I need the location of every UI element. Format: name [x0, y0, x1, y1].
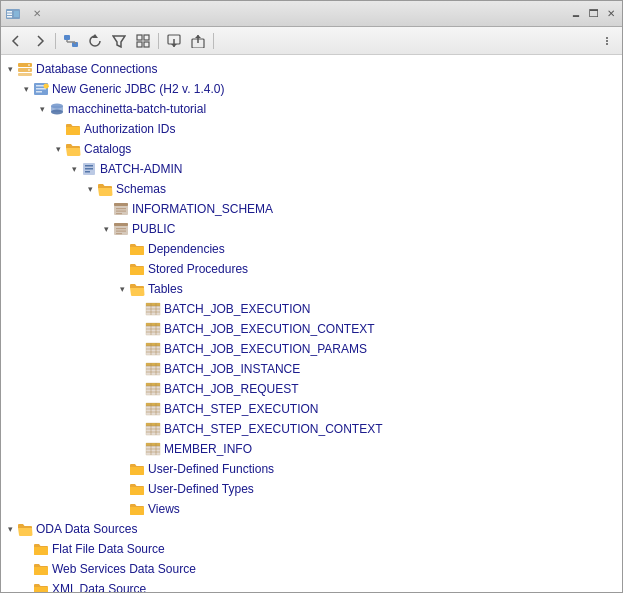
- tree-label-public: PUBLIC: [132, 220, 175, 238]
- list-item: Database Connections ⚡ New Generic JDBC …: [1, 59, 622, 519]
- tree-row-macchinetta-batch[interactable]: macchinetta-batch-tutorial: [1, 99, 622, 119]
- tree-row-jdbc-connection[interactable]: ⚡ New Generic JDBC (H2 v. 1.4.0): [1, 79, 622, 99]
- tree-label-views: Views: [148, 500, 180, 518]
- svg-rect-13: [144, 35, 149, 40]
- tree-row-user-defined-types[interactable]: User-Defined Types: [1, 479, 622, 499]
- svg-rect-1: [7, 11, 12, 13]
- svg-rect-61: [146, 323, 160, 326]
- tree-label-web-services: Web Services Data Source: [52, 560, 196, 578]
- svg-rect-82: [146, 383, 160, 386]
- tree-toggle[interactable]: [3, 62, 17, 76]
- tree-row-views[interactable]: Views: [1, 499, 622, 519]
- tree-row-database-connections[interactable]: Database Connections: [1, 59, 622, 79]
- svg-rect-44: [114, 203, 128, 206]
- minimize-icon[interactable]: 🗕: [568, 7, 584, 20]
- tree-label-batch-admin: BATCH-ADMIN: [100, 160, 182, 178]
- collapse-all-button[interactable]: [132, 30, 154, 52]
- tree-row-catalogs[interactable]: Catalogs: [1, 139, 622, 159]
- close-icon[interactable]: ✕: [604, 7, 618, 20]
- tree-row-xml[interactable]: XML Data Source: [1, 579, 622, 592]
- tree-label-t5: BATCH_JOB_REQUEST: [164, 380, 298, 398]
- filter-button[interactable]: [108, 30, 130, 52]
- svg-point-38: [51, 110, 63, 115]
- folder-icon: [129, 261, 145, 277]
- tree-label-t8: MEMBER_INFO: [164, 440, 252, 458]
- tree-toggle[interactable]: [19, 82, 33, 96]
- import-button[interactable]: [163, 30, 185, 52]
- tree-toggle[interactable]: [83, 182, 97, 196]
- tree-label-stored-procedures: Stored Procedures: [148, 260, 248, 278]
- folder-icon: [33, 581, 49, 592]
- tree-row-t5[interactable]: BATCH_JOB_REQUEST: [1, 379, 622, 399]
- tree-label-xml: XML Data Source: [52, 580, 146, 592]
- svg-marker-11: [113, 36, 125, 47]
- tree-row-information-schema[interactable]: INFORMATION_SCHEMA: [1, 199, 622, 219]
- tree-row-flat-file[interactable]: Flat File Data Source: [1, 539, 622, 559]
- tree-label-database-connections: Database Connections: [36, 60, 157, 78]
- tree-toggle[interactable]: [99, 222, 113, 236]
- tree-toggle[interactable]: [115, 282, 129, 296]
- tree-toggle[interactable]: [3, 522, 17, 536]
- tree-content[interactable]: Database Connections ⚡ New Generic JDBC …: [1, 55, 622, 592]
- tree-row-t2[interactable]: BATCH_JOB_EXECUTION_CONTEXT: [1, 319, 622, 339]
- back-button[interactable]: [5, 30, 27, 52]
- svg-rect-49: [114, 223, 128, 226]
- toolbar-separator-1: [55, 33, 56, 49]
- tree-row-t7[interactable]: BATCH_STEP_EXECUTION_CONTEXT: [1, 419, 622, 439]
- list-item: Catalogs BATCH-ADMIN Schemas INFORMATION…: [1, 139, 622, 519]
- svg-rect-14: [137, 42, 142, 47]
- tree-row-dependencies[interactable]: Dependencies: [1, 239, 622, 259]
- tree-toggle[interactable]: [67, 162, 81, 176]
- tree-row-t1[interactable]: BATCH_JOB_EXECUTION: [1, 299, 622, 319]
- tree-row-web-services[interactable]: Web Services Data Source: [1, 559, 622, 579]
- tree-row-public[interactable]: PUBLIC: [1, 219, 622, 239]
- tree-row-stored-procedures[interactable]: Stored Procedures: [1, 259, 622, 279]
- table-icon: [145, 381, 161, 397]
- window: ✕ 🗕 🗖 ✕: [0, 0, 623, 593]
- tree-row-authorization-ids[interactable]: Authorization IDs: [1, 119, 622, 139]
- tree-row-oda-data-sources[interactable]: ODA Data Sources: [1, 519, 622, 539]
- tree-row-batch-admin[interactable]: BATCH-ADMIN: [1, 159, 622, 179]
- titlebar-left: ✕: [5, 6, 41, 22]
- tree-label-t2: BATCH_JOB_EXECUTION_CONTEXT: [164, 320, 374, 338]
- tree-row-user-defined-functions[interactable]: User-Defined Functions: [1, 459, 622, 479]
- tree-label-flat-file: Flat File Data Source: [52, 540, 165, 558]
- tree-row-t4[interactable]: BATCH_JOB_INSTANCE: [1, 359, 622, 379]
- tree-row-t8[interactable]: MEMBER_INFO: [1, 439, 622, 459]
- list-item: BATCH_STEP_EXECUTION: [1, 399, 622, 419]
- list-item: BATCH_JOB_INSTANCE: [1, 359, 622, 379]
- tree-toggle[interactable]: [35, 102, 49, 116]
- tree-toggle[interactable]: [51, 142, 65, 156]
- list-item: BATCH_JOB_REQUEST: [1, 379, 622, 399]
- list-item: BATCH_JOB_EXECUTION_PARAMS: [1, 339, 622, 359]
- svg-rect-47: [116, 213, 122, 214]
- catalog-icon: [81, 161, 97, 177]
- svg-marker-21: [195, 35, 201, 38]
- close-tab-icon[interactable]: ✕: [33, 8, 41, 19]
- tree-label-user-defined-functions: User-Defined Functions: [148, 460, 274, 478]
- export-button[interactable]: [187, 30, 209, 52]
- tree-row-schemas[interactable]: Schemas: [1, 179, 622, 199]
- tree-label-jdbc-connection: New Generic JDBC (H2 v. 1.4.0): [52, 80, 225, 98]
- menu-button[interactable]: [596, 30, 618, 52]
- maximize-icon[interactable]: 🗖: [586, 7, 602, 20]
- refresh-button[interactable]: [84, 30, 106, 52]
- list-item: User-Defined Functions: [1, 459, 622, 479]
- titlebar: ✕ 🗕 🗖 ✕: [1, 1, 622, 27]
- svg-rect-96: [146, 423, 160, 426]
- table-icon: [145, 401, 161, 417]
- list-item: BATCH_STEP_EXECUTION_CONTEXT: [1, 419, 622, 439]
- tree-row-tables[interactable]: Tables: [1, 279, 622, 299]
- list-item: ODA Data Sources Flat File Data Source W…: [1, 519, 622, 592]
- new-connection-button[interactable]: [60, 30, 82, 52]
- svg-rect-51: [116, 231, 126, 232]
- tree-row-t6[interactable]: BATCH_STEP_EXECUTION: [1, 399, 622, 419]
- svg-rect-2: [7, 13, 12, 15]
- table-icon: [145, 341, 161, 357]
- svg-rect-4: [14, 11, 19, 17]
- tree-row-t3[interactable]: BATCH_JOB_EXECUTION_PARAMS: [1, 339, 622, 359]
- list-item: Dependencies: [1, 239, 622, 259]
- app-icon: [5, 6, 21, 22]
- forward-button[interactable]: [29, 30, 51, 52]
- svg-rect-103: [146, 443, 160, 446]
